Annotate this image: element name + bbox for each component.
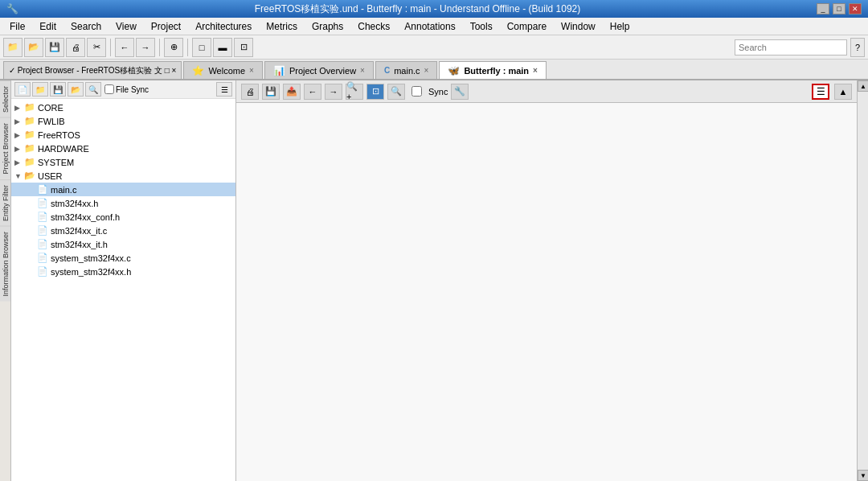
tree-item-stm32f4xx-h[interactable]: 📄 stm32f4xx.h	[11, 196, 235, 210]
tree-item-stm32f4xx-it-h[interactable]: 📄 stm32f4xx_it.h	[11, 237, 235, 251]
project-overview-tab-close[interactable]: ×	[360, 66, 365, 75]
menu-search[interactable]: Search	[64, 19, 108, 34]
content-btn-fit[interactable]: ⊡	[366, 84, 384, 100]
menu-edit[interactable]: Edit	[33, 19, 63, 34]
menu-window[interactable]: Window	[555, 19, 602, 34]
tree-arrow-hardware: ▶	[14, 145, 24, 153]
sidebar-tab-entity-filter[interactable]: Entity Filter	[0, 179, 10, 226]
file-sync-checkbox[interactable]	[104, 84, 114, 94]
toolbar-btn-3[interactable]: 💾	[45, 38, 64, 57]
tab-butterfly-main[interactable]: 🦋 Butterfly : main ×	[439, 61, 547, 79]
welcome-tab-label: Welcome	[208, 66, 245, 76]
tree-file-icon-stm32f4xx-conf-h: 📄	[37, 212, 48, 222]
search-input[interactable]	[735, 39, 847, 56]
panel-btn-search[interactable]: 🔍	[85, 82, 101, 97]
scrollbar-track[interactable]	[858, 92, 868, 470]
toolbar-btn-11[interactable]: ⊡	[234, 38, 253, 57]
sidebar-tab-information-browser[interactable]: Information Browser	[0, 226, 10, 302]
toolbar-btn-2[interactable]: 📂	[24, 38, 43, 57]
toolbar-btn-5[interactable]: ✂	[87, 38, 106, 57]
search-help-button[interactable]: ?	[850, 38, 865, 57]
tree-item-stm32f4xx-it-c[interactable]: 📄 stm32f4xx_it.c	[11, 224, 235, 237]
tree-item-core[interactable]: ▶ 📁 CORE	[11, 101, 235, 114]
menu-compare[interactable]: Compare	[501, 19, 553, 34]
content-btn-collapse[interactable]: ▲	[834, 84, 852, 100]
panel-btn-open[interactable]: 📂	[68, 82, 84, 97]
toolbar-btn-9[interactable]: □	[192, 38, 211, 57]
minimize-button[interactable]: _	[817, 3, 829, 14]
sync-label: Sync	[428, 87, 448, 97]
separator-3	[187, 39, 188, 56]
tree-file-icon-system-stm32f4xx-h: 📄	[37, 266, 48, 277]
tree-label-system-stm32f4xx-c: system_stm32f4xx.c	[51, 253, 131, 263]
maximize-button[interactable]: □	[833, 3, 845, 14]
toolbar-btn-4[interactable]: 🖨	[66, 38, 85, 57]
sidebar-tab-project-browser[interactable]: Project Browser	[0, 117, 10, 179]
toolbar-btn-1[interactable]: 📁	[3, 38, 23, 57]
tree-label-stm32f4xx-it-c: stm32f4xx_it.c	[51, 226, 107, 236]
panel-btn-save[interactable]: 💾	[50, 82, 66, 97]
welcome-tab-icon: ⭐	[192, 65, 204, 76]
menu-view[interactable]: View	[109, 19, 143, 34]
main-c-tab-icon: C	[384, 66, 390, 75]
tree-item-main-c[interactable]: 📄 main.c	[11, 183, 235, 196]
content-btn-print[interactable]: 🖨	[241, 84, 259, 100]
tab-project-browser-header: ✓ Project Browser - FreeRTOS移植实验 文 □ ×	[3, 61, 182, 79]
toolbar-btn-6[interactable]: ←	[115, 38, 134, 57]
tree-item-freertos[interactable]: ▶ 📁 FreeRTOS	[11, 128, 235, 142]
panel-btn-menu[interactable]: ☰	[216, 82, 232, 97]
sync-checkbox[interactable]	[411, 86, 422, 97]
tree-folder-icon-user: 📂	[24, 171, 35, 181]
tree-arrow-core: ▶	[14, 104, 24, 112]
content-btn-zoom-out[interactable]: 🔍	[387, 84, 405, 100]
tab-project-overview[interactable]: 📊 Project Overview ×	[264, 61, 374, 79]
toolbar-btn-8[interactable]: ⊕	[164, 38, 183, 57]
scrollbar-down[interactable]: ▼	[858, 470, 868, 481]
tree-item-system-stm32f4xx-h[interactable]: 📄 system_stm32f4xx.h	[11, 265, 235, 278]
tab-main-c[interactable]: C main.c ×	[375, 61, 437, 79]
content-btn-save[interactable]: 💾	[262, 84, 280, 100]
right-scrollbar: ▲ ▼	[857, 80, 868, 481]
scrollbar-up[interactable]: ▲	[858, 80, 868, 92]
menu-architectures[interactable]: Architectures	[189, 19, 258, 34]
window-title: FreeRTOS移植实验.und - Butterfly : main - Un…	[18, 2, 817, 16]
content-btn-back[interactable]: ←	[304, 84, 321, 100]
tree-item-system[interactable]: ▶ 📁 SYSTEM	[11, 155, 235, 169]
butterfly-tab-close[interactable]: ×	[533, 66, 538, 75]
settings-button[interactable]: 🔧	[451, 84, 469, 100]
tree-item-fwlib[interactable]: ▶ 📁 FWLIB	[11, 114, 235, 128]
menu-annotations[interactable]: Annotations	[398, 19, 461, 34]
tree-label-main-c: main.c	[51, 185, 76, 195]
menu-tools[interactable]: Tools	[464, 19, 499, 34]
hamburger-menu-button[interactable]: ☰	[812, 84, 829, 100]
tree-item-hardware[interactable]: ▶ 📁 HARDWARE	[11, 142, 235, 155]
toolbar-btn-10[interactable]: ▬	[213, 38, 232, 57]
tree-item-system-stm32f4xx-c[interactable]: 📄 system_stm32f4xx.c	[11, 251, 235, 265]
sidebar-tab-selector[interactable]: Selector	[0, 80, 10, 117]
content-btn-export[interactable]: 📤	[283, 84, 301, 100]
menu-graphs[interactable]: Graphs	[305, 19, 350, 34]
panel-btn-new[interactable]: 📄	[14, 82, 31, 97]
menu-checks[interactable]: Checks	[351, 19, 396, 34]
tree-label-freertos: FreeRTOS	[38, 130, 80, 140]
tree-label-hardware: HARDWARE	[38, 144, 89, 154]
content-btn-zoom-in[interactable]: 🔍+	[346, 84, 363, 100]
welcome-tab-close[interactable]: ×	[249, 66, 254, 75]
tree-file-icon-stm32f4xx-it-h: 📄	[37, 239, 48, 249]
tab-welcome[interactable]: ⭐ Welcome ×	[183, 61, 263, 79]
content-btn-forward[interactable]: →	[325, 84, 342, 100]
tree-item-user[interactable]: ▼ 📂 USER	[11, 169, 235, 183]
tree-item-stm32f4xx-conf-h[interactable]: 📄 stm32f4xx_conf.h	[11, 210, 235, 224]
toolbar-btn-7[interactable]: →	[136, 38, 155, 57]
file-sync-label: File Sync	[104, 84, 149, 94]
menu-help[interactable]: Help	[604, 19, 637, 34]
main-layout: Selector Project Browser Entity Filter I…	[0, 80, 868, 481]
main-c-tab-close[interactable]: ×	[424, 66, 429, 75]
close-button[interactable]: ✕	[849, 3, 862, 14]
project-browser-tab-label: ✓ Project Browser - FreeRTOS移植实验 文 □ ×	[9, 65, 176, 76]
panel-btn-folder[interactable]: 📁	[32, 82, 48, 97]
menu-file[interactable]: File	[3, 19, 31, 34]
menu-project[interactable]: Project	[145, 19, 187, 34]
toolbar-search: ?	[735, 38, 865, 57]
menu-metrics[interactable]: Metrics	[260, 19, 304, 34]
